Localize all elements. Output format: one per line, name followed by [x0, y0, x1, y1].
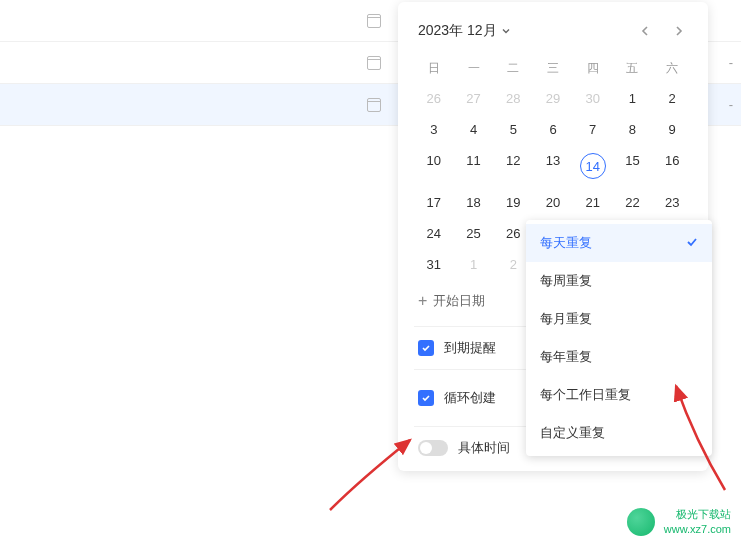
calendar-day[interactable]: 2 [652, 83, 692, 114]
dropdown-item-label: 每天重复 [540, 234, 592, 252]
calendar-day[interactable]: 5 [493, 114, 533, 145]
calendar-day[interactable]: 3 [414, 114, 454, 145]
calendar-day[interactable]: 26 [414, 83, 454, 114]
watermark: 极光下载站 www.xz7.com [664, 507, 731, 536]
calendar-week: 262728293012 [414, 83, 692, 114]
calendar-day[interactable]: 4 [454, 114, 494, 145]
plus-icon: + [418, 292, 427, 310]
calendar-day[interactable]: 10 [414, 145, 454, 187]
check-icon [686, 236, 698, 250]
dropdown-item-label: 自定义重复 [540, 424, 605, 442]
calendar-day[interactable]: 14 [573, 145, 613, 187]
repeat-checkbox[interactable] [418, 390, 434, 406]
calendar-icon[interactable] [367, 56, 381, 70]
calendar-day[interactable]: 16 [652, 145, 692, 187]
calendar-week: 3456789 [414, 114, 692, 145]
repeat-dropdown-item[interactable]: 每个工作日重复 [526, 376, 712, 414]
calendar-icon[interactable] [367, 98, 381, 112]
calendar-weekday: 二 [493, 54, 533, 83]
calendar-day[interactable]: 30 [573, 83, 613, 114]
calendar-nav [636, 22, 688, 40]
calendar-weekday: 一 [454, 54, 494, 83]
calendar-day[interactable]: 27 [454, 83, 494, 114]
start-date-label: 开始日期 [433, 292, 485, 310]
watermark-brand: 极光下载站 [664, 507, 731, 521]
calendar-weekday: 五 [613, 54, 653, 83]
calendar-day[interactable]: 12 [493, 145, 533, 187]
calendar-day[interactable]: 23 [652, 187, 692, 218]
repeat-dropdown-item[interactable]: 每月重复 [526, 300, 712, 338]
calendar-header: 2023年 12月 [414, 22, 692, 40]
calendar-day[interactable]: 22 [613, 187, 653, 218]
calendar-day[interactable]: 1 [454, 249, 494, 280]
repeat-dropdown-item[interactable]: 每年重复 [526, 338, 712, 376]
calendar-day[interactable]: 6 [533, 114, 573, 145]
chevron-left-icon [641, 25, 649, 37]
calendar-weekday: 四 [573, 54, 613, 83]
calendar-week: 10111213141516 [414, 145, 692, 187]
check-icon [421, 393, 431, 403]
calendar-week: 17181920212223 [414, 187, 692, 218]
dropdown-item-label: 每月重复 [540, 310, 592, 328]
calendar-day[interactable]: 11 [454, 145, 494, 187]
calendar-day[interactable]: 18 [454, 187, 494, 218]
repeat-dropdown-item[interactable]: 每天重复 [526, 224, 712, 262]
calendar-day[interactable]: 20 [533, 187, 573, 218]
calendar-day[interactable]: 17 [414, 187, 454, 218]
chevron-right-icon [675, 25, 683, 37]
calendar-day[interactable]: 9 [652, 114, 692, 145]
watermark-logo-icon [627, 508, 655, 536]
calendar-icon[interactable] [367, 14, 381, 28]
row-dash: - [729, 55, 733, 70]
prev-month-button[interactable] [636, 22, 654, 40]
dropdown-item-label: 每周重复 [540, 272, 592, 290]
repeat-dropdown-item[interactable]: 自定义重复 [526, 414, 712, 452]
calendar-day[interactable]: 24 [414, 218, 454, 249]
calendar-day[interactable]: 29 [533, 83, 573, 114]
repeat-dropdown: 每天重复每周重复每月重复每年重复每个工作日重复自定义重复 [526, 220, 712, 456]
calendar-day[interactable]: 8 [613, 114, 653, 145]
dropdown-item-label: 每年重复 [540, 348, 592, 366]
calendar-day[interactable]: 1 [613, 83, 653, 114]
calendar-day[interactable]: 25 [454, 218, 494, 249]
calendar-day[interactable]: 15 [613, 145, 653, 187]
calendar-day[interactable]: 31 [414, 249, 454, 280]
calendar-weekdays: 日一二三四五六 [414, 54, 692, 83]
calendar-weekday: 日 [414, 54, 454, 83]
calendar-day[interactable]: 28 [493, 83, 533, 114]
row-dash: - [729, 97, 733, 112]
calendar-weekday: 三 [533, 54, 573, 83]
specific-time-toggle[interactable] [418, 440, 448, 456]
calendar-day[interactable]: 13 [533, 145, 573, 187]
calendar-day[interactable]: 21 [573, 187, 613, 218]
dropdown-item-label: 每个工作日重复 [540, 386, 631, 404]
calendar-day[interactable]: 7 [573, 114, 613, 145]
calendar-weekday: 六 [652, 54, 692, 83]
calendar-month-selector[interactable]: 2023年 12月 [418, 22, 511, 40]
check-icon [421, 343, 431, 353]
chevron-down-icon [501, 26, 511, 36]
repeat-dropdown-item[interactable]: 每周重复 [526, 262, 712, 300]
watermark-url: www.xz7.com [664, 522, 731, 536]
next-month-button[interactable] [670, 22, 688, 40]
reminder-checkbox[interactable] [418, 340, 434, 356]
calendar-day[interactable]: 19 [493, 187, 533, 218]
calendar-title: 2023年 12月 [418, 22, 497, 40]
